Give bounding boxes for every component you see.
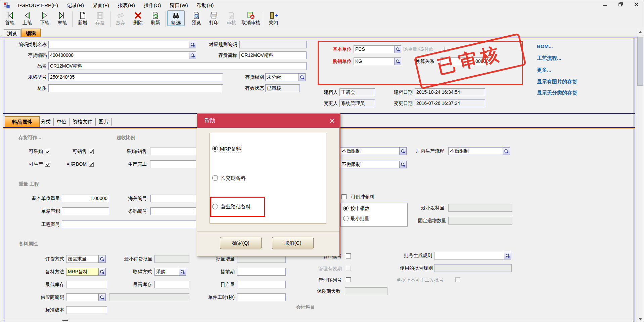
- link-show-unclassified[interactable]: 显示无分类的存货: [537, 90, 577, 96]
- refresh-button[interactable]: 刷新: [147, 10, 164, 26]
- factory-flow-lookup-button[interactable]: [503, 147, 510, 155]
- first-record-button[interactable]: 首笔: [1, 10, 18, 26]
- link-show-with-images[interactable]: 显示有图片的存货: [537, 79, 577, 85]
- scrollbar-thumb[interactable]: [637, 37, 643, 86]
- help-dialog-header[interactable]: 帮助: [197, 114, 339, 128]
- manage-batch-checkbox[interactable]: [346, 253, 351, 258]
- order-method-lookup-button[interactable]: [98, 255, 106, 263]
- menu-item-operate[interactable]: 操作(O): [139, 0, 166, 10]
- new-button[interactable]: 新增: [74, 10, 91, 26]
- menu-item-app[interactable]: T-GROUP ERP(E): [12, 0, 62, 10]
- min-batch-radio[interactable]: [343, 216, 349, 221]
- by-request-radio[interactable]: [343, 206, 349, 211]
- menu-item-interface[interactable]: 界面(F): [88, 0, 113, 10]
- dialog-ok-button[interactable]: 确定(Q): [220, 237, 262, 249]
- prep-method-lookup-button[interactable]: [98, 268, 106, 276]
- max-stock-field[interactable]: [154, 281, 189, 288]
- cancel-audit-button[interactable]: 取消审核: [240, 10, 262, 26]
- base-weight-field[interactable]: 1.00000: [62, 195, 109, 202]
- minimize-button[interactable]: [603, 2, 608, 7]
- option-mrp-prep[interactable]: MRP备料: [220, 145, 241, 153]
- item-code-lookup-button[interactable]: [189, 51, 196, 59]
- limit-field-2[interactable]: 不做限制: [340, 161, 400, 168]
- long-leadtime-prep-radio[interactable]: [212, 175, 218, 181]
- batch-rule-lookup-button[interactable]: [504, 252, 511, 259]
- last-record-button[interactable]: 末笔: [53, 10, 71, 26]
- menu-item-report[interactable]: 报表(R): [113, 0, 139, 10]
- base-unit-field[interactable]: PCS: [354, 45, 395, 53]
- item-code-field[interactable]: 400400008: [48, 51, 189, 59]
- unit-time-field[interactable]: [237, 293, 286, 301]
- limit-1-lookup-button[interactable]: [399, 147, 407, 155]
- filter-button[interactable]: 筛选: [167, 10, 185, 26]
- backflush-checkbox[interactable]: [341, 194, 347, 199]
- subtab-item-attributes[interactable]: 料品属性: [5, 116, 40, 127]
- spec-field[interactable]: 250*240*35: [48, 73, 223, 81]
- link-more[interactable]: 更多...: [537, 67, 551, 73]
- producible-checkbox[interactable]: [45, 162, 50, 167]
- prev-record-button[interactable]: 上笔: [18, 10, 36, 26]
- tab-browse[interactable]: 浏览: [4, 29, 20, 37]
- trade-unit-lookup-button[interactable]: [394, 57, 401, 65]
- link-bom[interactable]: BOM...: [537, 43, 553, 49]
- purchasable-checkbox[interactable]: [45, 149, 50, 154]
- min-stock-field[interactable]: [66, 281, 107, 288]
- tab-edit[interactable]: 编辑: [21, 29, 41, 37]
- material-field[interactable]: [48, 84, 223, 92]
- item-name-field[interactable]: CR12MOV精料: [48, 62, 307, 70]
- subtab-qualification-files[interactable]: 资格文件: [73, 119, 93, 125]
- bom-checkbox[interactable]: [89, 162, 94, 167]
- dialog-close-button[interactable]: [329, 117, 335, 124]
- manage-serial-checkbox[interactable]: [346, 277, 351, 282]
- dialog-cancel-button[interactable]: 取消(C): [272, 237, 314, 249]
- base-unit-lookup-button[interactable]: [394, 45, 401, 53]
- vertical-scrollbar[interactable]: [637, 29, 644, 322]
- subtab-classification[interactable]: 分类: [41, 119, 51, 125]
- subtab-unit[interactable]: 单位: [56, 119, 66, 125]
- factory-flow-field[interactable]: 不做限制: [448, 147, 503, 155]
- barcode-field[interactable]: [150, 207, 196, 215]
- limit-field-1[interactable]: 不做限制: [340, 147, 400, 155]
- prod-finish-ratio-field[interactable]: [150, 160, 196, 168]
- code-category-field[interactable]: [48, 41, 189, 48]
- scroll-down-button[interactable]: [637, 316, 644, 322]
- item-abbr-field[interactable]: CR12MOV精料: [239, 51, 307, 59]
- std-cost-field[interactable]: [66, 306, 107, 314]
- subtab-images[interactable]: 图片: [99, 119, 109, 125]
- option-long-leadtime-prep[interactable]: 长交期备料: [221, 174, 246, 182]
- code-category-lookup-button[interactable]: [189, 41, 196, 48]
- item-level-field[interactable]: 未分级: [265, 73, 299, 81]
- supplier-lookup-button[interactable]: [98, 293, 106, 301]
- supplier-code-field[interactable]: [66, 293, 99, 301]
- menu-item-record[interactable]: 记录(R): [62, 0, 88, 10]
- link-process-flow[interactable]: 工艺流程...: [537, 55, 561, 62]
- menu-item-help[interactable]: 帮助(H): [192, 0, 218, 10]
- trade-unit-field[interactable]: KG: [354, 57, 395, 65]
- preview-button[interactable]: 预览: [188, 10, 205, 26]
- daily-output-field[interactable]: [237, 281, 286, 288]
- rule-code-field[interactable]: [239, 41, 307, 48]
- order-method-field[interactable]: 按需求量: [66, 255, 99, 263]
- mrp-prep-radio[interactable]: [212, 146, 218, 152]
- close-form-button[interactable]: 关闭: [265, 10, 282, 26]
- purchase-sale-ratio-field[interactable]: [150, 148, 196, 155]
- sellable-checkbox[interactable]: [89, 149, 94, 154]
- limit-2-lookup-button[interactable]: [399, 161, 407, 168]
- batch-rule-field[interactable]: [434, 252, 504, 259]
- item-level-lookup-button[interactable]: [298, 73, 306, 81]
- drawing-no-field[interactable]: [62, 220, 196, 228]
- prep-method-field[interactable]: MRP备料: [66, 268, 99, 276]
- acquire-method-lookup-button[interactable]: [179, 268, 186, 276]
- menu-item-window[interactable]: 窗口(W): [166, 0, 192, 10]
- delete-button[interactable]: 删除: [129, 10, 147, 26]
- lead-time-field[interactable]: [237, 268, 286, 276]
- print-button[interactable]: 打印: [205, 10, 223, 26]
- acquire-method-field[interactable]: 采购: [154, 268, 179, 276]
- box-volume-field[interactable]: [62, 207, 109, 215]
- customs-code-field[interactable]: [150, 195, 196, 202]
- close-button[interactable]: [634, 2, 639, 7]
- restore-button[interactable]: [618, 2, 624, 7]
- toolbar-label: 下笔: [40, 20, 49, 26]
- scroll-up-button[interactable]: [637, 29, 644, 35]
- next-record-button[interactable]: 下笔: [36, 10, 53, 26]
